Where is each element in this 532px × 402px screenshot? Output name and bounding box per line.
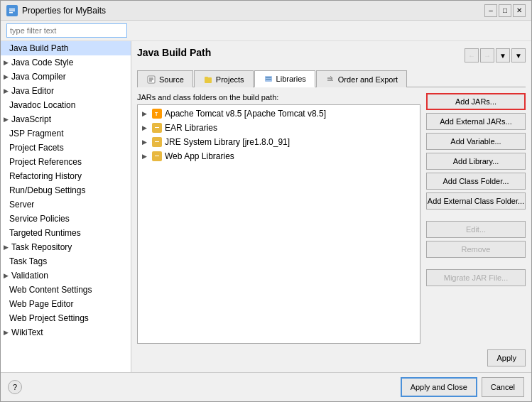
sidebar-item-project-references[interactable]: Project References (1, 155, 131, 169)
sidebar-item-label: Targeted Runtimes (9, 228, 81, 238)
maximize-button[interactable]: □ (499, 4, 511, 17)
window-icon (6, 5, 18, 16)
build-item-label: EAR Libraries (165, 123, 217, 133)
panel-apply-area: Apply (137, 349, 526, 366)
add-external-class-folder-button[interactable]: Add External Class Folder... (426, 192, 526, 210)
libraries-tab-label: Libraries (276, 75, 306, 83)
sidebar-item-service-policies[interactable]: Service Policies (1, 212, 131, 226)
filter-bar (1, 21, 531, 41)
build-item-web-app[interactable]: ▶ Web App Libraries (139, 149, 418, 163)
add-jars-button[interactable]: Add JARs... (426, 93, 526, 110)
sidebar-item-java-code-style[interactable]: ▶ Java Code Style (1, 55, 131, 70)
build-item-tomcat[interactable]: ▶ T Apache Tomcat v8.5 [Apache Tomcat v8… (139, 107, 418, 121)
sidebar-item-label: Run/Debug Settings (9, 185, 85, 195)
button-spacer (426, 212, 526, 218)
panel-nav: ← → ▼ ▼ (465, 48, 526, 63)
sidebar-item-javascript[interactable]: ▶ JavaScript (1, 112, 131, 126)
close-button[interactable]: ✕ (513, 4, 526, 17)
build-list[interactable]: ▶ T Apache Tomcat v8.5 [Apache Tomcat v8… (137, 104, 420, 344)
apply-and-close-button[interactable]: Apply and Close (401, 377, 477, 397)
sidebar-item-label: Task Repository (11, 242, 72, 252)
sidebar-item-label: Java Code Style (11, 58, 73, 67)
source-tab-label: Source (159, 75, 184, 84)
panel-title: Java Build Path (137, 47, 211, 58)
edit-button[interactable]: Edit... (426, 221, 526, 238)
filter-input[interactable] (6, 23, 127, 38)
apply-button-panel[interactable]: Apply (487, 349, 526, 366)
sidebar-item-wikitext[interactable]: ▶ WikiText (1, 325, 131, 339)
svg-text:T: T (155, 112, 158, 116)
tab-projects[interactable]: Projects (194, 70, 254, 87)
sidebar-item-targeted-runtimes[interactable]: Targeted Runtimes (1, 226, 131, 240)
add-class-folder-button[interactable]: Add Class Folder... (426, 173, 526, 190)
sidebar-item-java-compiler[interactable]: ▶ Java Compiler (1, 70, 131, 84)
sidebar-item-label: Validation (11, 271, 48, 281)
sidebar-item-web-project-settings[interactable]: Web Project Settings (1, 311, 131, 325)
sidebar-item-project-facets[interactable]: Project Facets (1, 141, 131, 155)
build-list-label: JARs and class folders on the build path… (137, 93, 420, 102)
sidebar-item-label: Project References (9, 157, 82, 167)
build-item-jre[interactable]: ▶ JRE System Library [jre1.8.0_91] (139, 135, 418, 149)
sidebar-item-server[interactable]: Server (1, 197, 131, 212)
sidebar-item-label: JavaScript (11, 114, 51, 124)
tab-order-export[interactable]: Order and Export (316, 70, 407, 87)
sidebar-item-javadoc-location[interactable]: Javadoc Location (1, 98, 131, 112)
sidebar-item-label: Server (9, 200, 34, 210)
sidebar-item-label: Web Content Settings (9, 285, 92, 295)
sidebar-item-run-debug-settings[interactable]: Run/Debug Settings (1, 183, 131, 197)
sidebar-item-label: JSP Fragment (9, 129, 63, 138)
window-title: Properties for MyBaits (22, 6, 106, 16)
migrate-jar-button[interactable]: Migrate JAR File... (426, 269, 526, 286)
panel-content: JARs and class folders on the build path… (137, 93, 526, 344)
add-external-jars-button[interactable]: Add External JARs... (426, 113, 526, 130)
add-variable-button[interactable]: Add Variable... (426, 133, 526, 150)
svg-rect-3 (9, 12, 13, 13)
title-bar-left: Properties for MyBaits (6, 5, 106, 16)
cancel-button[interactable]: Cancel (482, 377, 524, 397)
svg-rect-18 (155, 127, 159, 128)
sidebar-item-label: Java Compiler (11, 72, 66, 82)
svg-rect-20 (155, 141, 159, 142)
add-library-button[interactable]: Add Library... (426, 153, 526, 170)
bottom-buttons: Apply and Close Cancel (401, 377, 524, 397)
sidebar-item-label: Project Facets (9, 143, 64, 153)
tab-source[interactable]: Source (137, 70, 193, 87)
order-export-tab-icon (325, 75, 335, 85)
arrow-icon: ▶ (4, 87, 9, 94)
library-icon (152, 123, 162, 133)
nav-dropdown-button[interactable]: ▼ (496, 48, 510, 63)
minimize-button[interactable]: – (484, 4, 497, 17)
sidebar-item-jsp-fragment[interactable]: JSP Fragment (1, 126, 131, 141)
svg-rect-1 (9, 9, 15, 10)
sidebar-item-task-tags[interactable]: Task Tags (1, 254, 131, 268)
arrow-icon: ▶ (4, 73, 9, 80)
sidebar-item-task-repository[interactable]: ▶ Task Repository (1, 240, 131, 254)
help-button[interactable]: ? (8, 380, 22, 394)
arrow-icon: ▶ (4, 244, 9, 251)
expand-icon: ▶ (142, 124, 149, 131)
nav-back-button[interactable]: ← (465, 48, 479, 63)
sidebar-item-web-page-editor[interactable]: Web Page Editor (1, 297, 131, 311)
svg-rect-12 (266, 79, 271, 80)
sidebar-item-validation[interactable]: ▶ Validation (1, 268, 131, 283)
title-bar-controls: – □ ✕ (484, 4, 526, 17)
title-bar: Properties for MyBaits – □ ✕ (1, 1, 531, 21)
tab-libraries[interactable]: Libraries (254, 70, 315, 87)
expand-icon: ▶ (142, 153, 149, 160)
sidebar-item-refactoring-history[interactable]: Refactoring History (1, 169, 131, 183)
nav-menu-button[interactable]: ▼ (511, 48, 526, 63)
sidebar-item-label: Java Build Path (9, 43, 68, 53)
build-item-ear[interactable]: ▶ EAR Libraries (139, 121, 418, 135)
libraries-tab-icon (264, 74, 273, 84)
sidebar-item-java-editor[interactable]: ▶ Java Editor (1, 84, 131, 98)
expand-icon: ▶ (142, 110, 149, 117)
arrow-icon: ▶ (4, 272, 9, 279)
arrow-icon: ▶ (4, 116, 9, 123)
remove-button[interactable]: Remove (426, 241, 526, 258)
sidebar-item-java-build-path[interactable]: Java Build Path (1, 41, 131, 55)
nav-forward-button[interactable]: → (480, 48, 494, 63)
panel-header: Java Build Path ← → ▼ ▼ (137, 47, 526, 64)
build-item-label: Web App Libraries (165, 151, 234, 161)
sidebar-item-web-content-settings[interactable]: Web Content Settings (1, 283, 131, 297)
order-export-tab-label: Order and Export (338, 75, 398, 84)
